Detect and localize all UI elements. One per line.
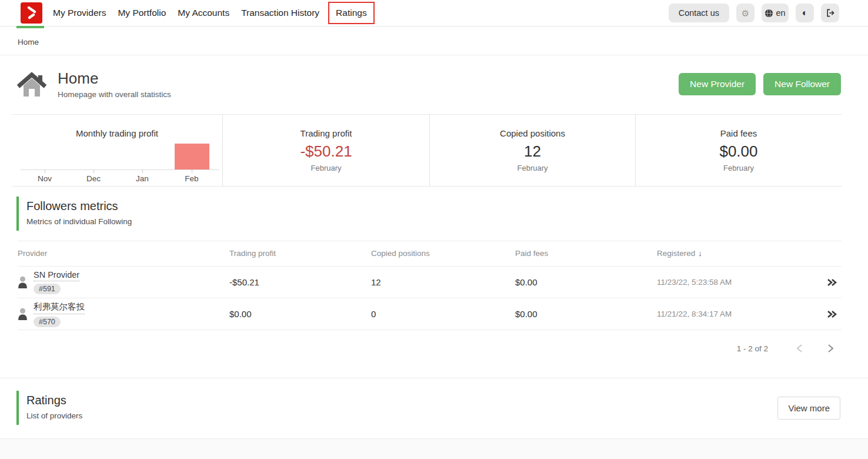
stat-label: Paid fees (720, 128, 757, 138)
gear-icon: ⚙ (742, 9, 749, 18)
double-chevron-right-icon (826, 277, 838, 288)
pagination: 1 - 2 of 2 (0, 330, 868, 353)
stat-period: February (723, 164, 754, 172)
stat-value: 12 (524, 142, 541, 161)
previous-page-button[interactable] (795, 344, 804, 353)
stat-period: February (517, 164, 547, 172)
chart-tick-nov (45, 169, 45, 173)
app-logo[interactable] (21, 2, 42, 24)
page-header-text: Home Homepage with overall statistics (58, 69, 171, 99)
provider-name-link[interactable]: SN Provider (34, 270, 79, 281)
language-code: en (776, 8, 785, 18)
nav-item-transaction-history[interactable]: Transaction History (237, 8, 323, 18)
stat-value: $0.00 (719, 142, 757, 161)
navbar-actions: Contact us ⚙ en ◐ (669, 4, 868, 22)
sort-descending-icon: ↓ (698, 249, 702, 258)
nav-item-my-portfolio[interactable]: My Portfolio (113, 8, 170, 18)
cell-copied-positions: 12 (371, 277, 515, 287)
cell-registered: 11/21/22, 8:34:17 AM (657, 310, 818, 318)
stat-card-copied-positions: Copied positions 12 February (429, 115, 635, 186)
contrast-icon: ◐ (802, 8, 808, 18)
col-header-registered[interactable]: Registered↓ (657, 249, 818, 258)
page-header: Home Homepage with overall statistics Ne… (0, 55, 868, 114)
cell-paid-fees: $0.00 (515, 309, 657, 319)
double-chevron-right-icon (826, 309, 838, 320)
breadcrumb-bar: Home (0, 26, 868, 55)
new-provider-button[interactable]: New Provider (679, 73, 756, 95)
logout-button[interactable] (821, 4, 839, 22)
home-icon (16, 69, 48, 99)
globe-icon (764, 9, 773, 18)
stat-label: Copied positions (500, 128, 565, 138)
ratings-header: Ratings List of providers (16, 391, 82, 425)
stat-card-trading-profit: Trading profit -$50.21 February (222, 115, 429, 186)
chevron-left-icon (795, 344, 804, 353)
chart-label-nov: Nov (38, 174, 52, 183)
page-title: Home (58, 69, 171, 88)
overall-statistics-strip: Monthly trading profit Nov Dec Jan Feb T… (12, 114, 842, 187)
table-row[interactable]: 利弗莫尔客投 #570 $0.00 0 $0.00 11/21/22, 8:34… (18, 298, 842, 330)
active-nav-indicator (16, 26, 44, 28)
breadcrumb[interactable]: Home (18, 38, 39, 46)
nav-item-ratings[interactable]: Ratings (328, 2, 375, 24)
stat-period: February (311, 164, 341, 172)
chart-tick-dec (94, 169, 94, 173)
nav-menu: My Providers My Portfolio My Accounts Tr… (49, 2, 378, 24)
section-subtitle: List of providers (26, 411, 82, 420)
section-title: Followers metrics (26, 199, 868, 213)
chevron-right-icon (826, 344, 835, 353)
footer-strip (0, 439, 868, 459)
chart-title: Monthly trading profit (12, 128, 222, 138)
monthly-trading-profit-chart: Monthly trading profit Nov Dec Jan Feb (12, 115, 222, 186)
col-header-provider[interactable]: Provider (18, 249, 229, 258)
cell-trading-profit: -$50.21 (229, 277, 371, 287)
followers-metrics-header: Followers metrics Metrics of individual … (16, 197, 868, 231)
col-header-trading-profit[interactable]: Trading profit (229, 249, 371, 258)
top-navbar: My Providers My Portfolio My Accounts Tr… (0, 0, 868, 26)
avatar-icon (18, 308, 28, 320)
provider-name-link[interactable]: 利弗莫尔客投 (34, 301, 85, 314)
col-header-paid-fees[interactable]: Paid fees (515, 249, 657, 258)
chart-tick-feb (192, 169, 192, 173)
page-header-actions: New Provider New Follower (679, 73, 841, 95)
contact-us-button[interactable]: Contact us (669, 4, 729, 22)
avatar-icon (18, 276, 28, 288)
chart-label-dec: Dec (86, 174, 101, 183)
logout-icon (826, 8, 835, 18)
cell-paid-fees: $0.00 (515, 277, 657, 287)
cell-registered: 11/23/22, 5:23:58 AM (657, 278, 818, 287)
pagination-range-label: 1 - 2 of 2 (737, 344, 768, 353)
nav-item-my-providers[interactable]: My Providers (49, 8, 110, 18)
stat-card-paid-fees: Paid fees $0.00 February (635, 115, 842, 186)
open-row-button[interactable] (818, 277, 842, 288)
section-subtitle: Metrics of individual Following (26, 217, 868, 226)
provider-cell: SN Provider #591 (18, 270, 229, 294)
view-more-button[interactable]: View more (777, 397, 840, 420)
chart-x-axis (21, 169, 219, 170)
provider-cell: 利弗莫尔客投 #570 (18, 301, 229, 327)
logo-chevron-icon (24, 5, 39, 21)
chart-label-feb: Feb (185, 174, 198, 183)
cell-copied-positions: 0 (371, 309, 515, 319)
followers-metrics-table: Provider Trading profit Copied positions… (18, 241, 842, 330)
settings-button[interactable]: ⚙ (736, 4, 755, 22)
stat-value: -$50.21 (300, 142, 352, 161)
table-header-row: Provider Trading profit Copied positions… (18, 241, 842, 267)
section-title: Ratings (26, 394, 82, 407)
language-button[interactable]: en (762, 4, 789, 22)
open-row-button[interactable] (818, 309, 842, 320)
chart-tick-jan (142, 169, 143, 173)
nav-item-my-accounts[interactable]: My Accounts (173, 8, 233, 18)
page-subtitle: Homepage with overall statistics (58, 90, 171, 99)
chart-bar-feb[interactable] (175, 144, 209, 169)
new-follower-button[interactable]: New Follower (763, 73, 841, 95)
col-header-copied-positions[interactable]: Copied positions (371, 249, 515, 258)
table-row[interactable]: SN Provider #591 -$50.21 12 $0.00 11/23/… (18, 267, 842, 298)
chart-label-jan: Jan (136, 174, 149, 183)
provider-id-badge: #570 (34, 317, 61, 327)
cell-trading-profit: $0.00 (229, 309, 371, 319)
ratings-section: Ratings List of providers View more (0, 378, 868, 439)
provider-id-badge: #591 (34, 284, 61, 294)
next-page-button[interactable] (826, 344, 835, 353)
theme-contrast-button[interactable]: ◐ (796, 4, 814, 22)
